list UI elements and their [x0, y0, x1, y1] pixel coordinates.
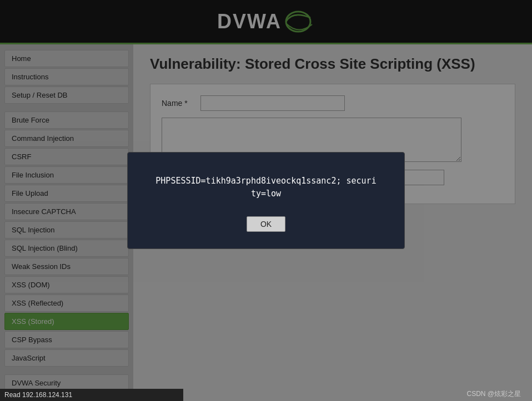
statusbar-text: Read 192.168.124.131 [4, 391, 72, 399]
statusbar: Read 192.168.124.131 [0, 389, 183, 401]
watermark-text: CSDN @炫彩之星 [466, 390, 521, 398]
modal-message: PHPSESSID=tikh9a3rphd8iveockq1ssanc2; se… [155, 175, 377, 200]
modal-dialog: PHPSESSID=tikh9a3rphd8iveockq1ssanc2; se… [127, 152, 405, 249]
watermark: CSDN @炫彩之星 [466, 389, 521, 399]
modal-ok-button[interactable]: OK [247, 216, 285, 232]
modal-overlay[interactable]: PHPSESSID=tikh9a3rphd8iveockq1ssanc2; se… [0, 0, 532, 401]
